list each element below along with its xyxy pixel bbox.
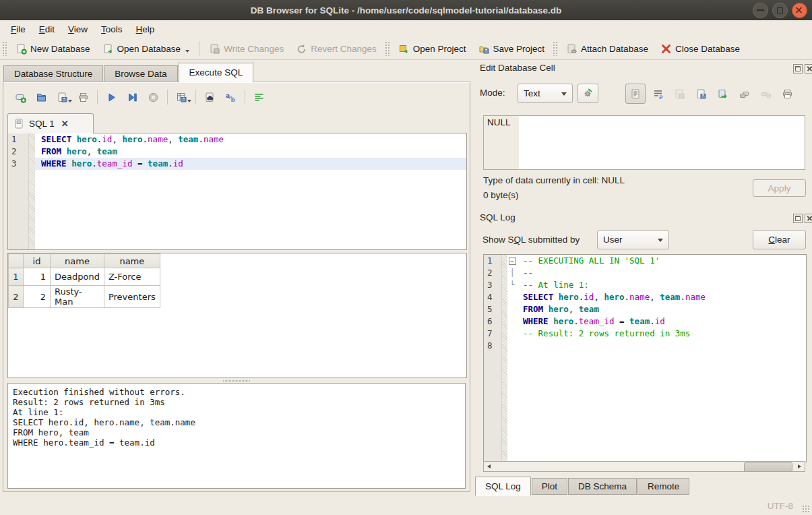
row-header[interactable]: 2 [9, 286, 24, 308]
cell-size-text: 0 byte(s) [483, 190, 519, 200]
fold-collapse-icon[interactable]: − [509, 258, 516, 265]
float-dock-icon[interactable] [793, 64, 803, 73]
sql-editor-tab[interactable]: SQL 1 ✕ [7, 113, 94, 133]
revert-changes-button[interactable]: Revert Changes [290, 41, 383, 57]
clear-log-button[interactable]: Clear [753, 230, 806, 249]
save-data-button[interactable] [691, 84, 710, 103]
code-line-6: 6WHERE hero.team_id = team.id [484, 315, 806, 328]
tab-plot[interactable]: Plot [532, 478, 567, 495]
tab-browse-data[interactable]: Browse Data [104, 65, 177, 82]
print-button[interactable] [73, 90, 94, 105]
column-header[interactable]: id [24, 254, 51, 268]
menu-edit[interactable]: Edit [32, 22, 61, 36]
stop-execution-button[interactable] [143, 90, 164, 105]
format-sql-button[interactable]: ab [220, 90, 241, 105]
stop-icon [148, 92, 159, 103]
cell-edit-area[interactable]: NULL [483, 115, 805, 170]
text-mode-button[interactable] [625, 84, 646, 104]
tab-sql-log[interactable]: SQL Log [475, 477, 531, 496]
scroll-track[interactable] [495, 462, 794, 471]
minimize-button[interactable] [753, 3, 768, 18]
menu-file[interactable]: File [4, 22, 32, 36]
scroll-thumb[interactable] [744, 462, 792, 472]
import-data-button[interactable] [670, 84, 689, 103]
scroll-right-icon[interactable] [794, 462, 805, 471]
toolbar-button-label: Close Database [675, 44, 740, 54]
column-header[interactable]: name [51, 254, 104, 268]
toolbar-grip[interactable] [2, 41, 7, 56]
toolbar-grip[interactable] [553, 41, 558, 56]
maximize-button[interactable] [772, 3, 788, 18]
tab-db-schema[interactable]: DB Schema [568, 478, 637, 495]
menu-tools[interactable]: Tools [94, 22, 129, 36]
menu-help[interactable]: Help [129, 22, 162, 36]
resize-grip[interactable] [802, 505, 810, 513]
sql-editor[interactable]: 1SELECT hero.id, hero.name, team.name2FR… [7, 133, 467, 250]
find-replace-button[interactable] [199, 90, 220, 105]
tab-database-structure[interactable]: Database Structure [3, 65, 103, 82]
table-cell[interactable]: Z-Force [104, 268, 160, 286]
gear-icon [582, 88, 594, 99]
auto-format-button[interactable] [249, 90, 270, 105]
corner-header[interactable] [9, 254, 24, 268]
table-cell[interactable]: 1 [24, 268, 51, 286]
new-database-button[interactable]: New Database [9, 41, 96, 57]
mode-select[interactable]: Text [518, 84, 573, 103]
column-header[interactable]: name [104, 254, 160, 268]
close-dock-icon[interactable] [805, 64, 812, 73]
close-dock-icon[interactable] [805, 214, 812, 223]
copy-data-button[interactable] [735, 84, 753, 103]
open-project-button[interactable]: Open Project [392, 41, 472, 57]
save-results-button[interactable] [171, 90, 192, 105]
execute-all-button[interactable] [101, 90, 122, 105]
close-button[interactable] [792, 3, 807, 18]
table-cell[interactable]: Rusty-Man [51, 286, 104, 308]
code-line-1: 1−-- EXECUTING ALL IN 'SQL 1' [484, 255, 806, 267]
open-sql-file-button[interactable] [31, 90, 52, 105]
results-grid[interactable]: idnamename11DeadpondZ-Force22Rusty-ManPr… [7, 253, 467, 378]
table-cell[interactable]: Preventers [104, 286, 160, 308]
attach-database-icon [566, 43, 577, 55]
attach-database-button[interactable]: Attach Database [560, 41, 654, 57]
toolbar-separator [245, 90, 245, 104]
scroll-left-icon[interactable] [484, 462, 495, 471]
toolbar-separator [167, 90, 168, 104]
sql-log-dock-title: SQL Log [480, 212, 516, 222]
tab-remote[interactable]: Remote [637, 478, 689, 495]
apply-mode-button[interactable] [577, 84, 598, 103]
set-null-button[interactable] [756, 84, 775, 103]
write-changes-button[interactable]: Write Changes [203, 41, 290, 57]
code-line-8: 8 [484, 340, 806, 352]
save-project-button[interactable]: Save Project [472, 41, 551, 57]
print-cell-button[interactable] [778, 84, 797, 103]
sql-log-view: 1−-- EXECUTING ALL IN 'SQL 1'2│--3└-- At… [483, 254, 807, 462]
table-cell[interactable]: 2 [24, 286, 51, 308]
encoding-indicator[interactable]: UTF-8 [768, 501, 793, 511]
sql-source-select[interactable]: User [597, 230, 669, 249]
titlebar[interactable]: DB Browser for SQLite - /home/user/code/… [0, 0, 812, 20]
word-wrap-button[interactable] [648, 84, 667, 103]
tab-execute-sql[interactable]: Execute SQL [179, 63, 254, 82]
row-header[interactable]: 1 [9, 268, 24, 286]
menu-view[interactable]: View [61, 22, 94, 36]
execute-current-line-button[interactable] [122, 90, 143, 105]
export-data-button[interactable] [713, 84, 732, 103]
sql-tab-label: SQL 1 [29, 119, 55, 129]
copy-data-icon [739, 88, 750, 100]
open-database-button[interactable]: Open Database [96, 41, 196, 57]
close-database-button[interactable]: Close Database [654, 41, 746, 57]
table-cell[interactable]: Deadpond [51, 268, 104, 286]
apply-button[interactable]: Apply [753, 179, 806, 197]
code-line-5: 5FROM hero, team [484, 303, 806, 315]
find-replace-icon [204, 92, 216, 103]
new-sql-tab-button[interactable] [10, 90, 31, 105]
show-sql-label: Show SQL submitted by [482, 235, 580, 245]
chevron-down-icon [185, 50, 189, 53]
float-dock-icon[interactable] [793, 214, 803, 223]
toolbar-button-label: Attach Database [581, 44, 648, 54]
save-sql-file-button[interactable] [52, 90, 73, 105]
toolbar-separator [199, 41, 199, 56]
close-sql-tab-icon[interactable]: ✕ [61, 119, 69, 129]
window-title: DB Browser for SQLite - /home/user/code/… [251, 5, 561, 16]
toolbar-grip[interactable] [385, 41, 390, 56]
